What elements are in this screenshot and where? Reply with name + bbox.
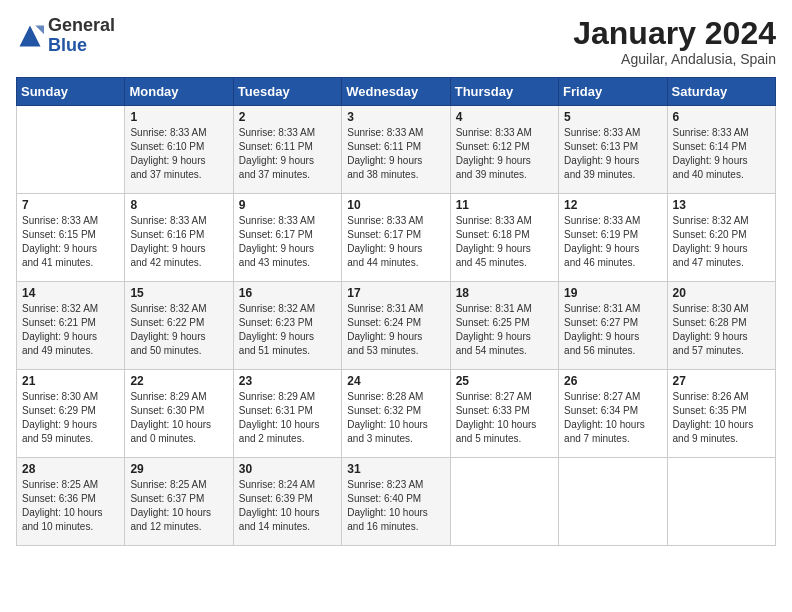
day-number: 22: [130, 374, 227, 388]
calendar-cell: 5Sunrise: 8:33 AM Sunset: 6:13 PM Daylig…: [559, 106, 667, 194]
day-number: 25: [456, 374, 553, 388]
day-info: Sunrise: 8:30 AM Sunset: 6:28 PM Dayligh…: [673, 302, 770, 358]
calendar-cell: 25Sunrise: 8:27 AM Sunset: 6:33 PM Dayli…: [450, 370, 558, 458]
calendar-cell: 20Sunrise: 8:30 AM Sunset: 6:28 PM Dayli…: [667, 282, 775, 370]
calendar-cell: 14Sunrise: 8:32 AM Sunset: 6:21 PM Dayli…: [17, 282, 125, 370]
calendar-cell: 19Sunrise: 8:31 AM Sunset: 6:27 PM Dayli…: [559, 282, 667, 370]
calendar-dow-tuesday: Tuesday: [233, 78, 341, 106]
day-info: Sunrise: 8:33 AM Sunset: 6:15 PM Dayligh…: [22, 214, 119, 270]
day-number: 6: [673, 110, 770, 124]
day-info: Sunrise: 8:33 AM Sunset: 6:10 PM Dayligh…: [130, 126, 227, 182]
day-info: Sunrise: 8:33 AM Sunset: 6:11 PM Dayligh…: [347, 126, 444, 182]
day-info: Sunrise: 8:33 AM Sunset: 6:19 PM Dayligh…: [564, 214, 661, 270]
day-info: Sunrise: 8:28 AM Sunset: 6:32 PM Dayligh…: [347, 390, 444, 446]
month-year-title: January 2024: [573, 16, 776, 51]
day-info: Sunrise: 8:25 AM Sunset: 6:37 PM Dayligh…: [130, 478, 227, 534]
day-info: Sunrise: 8:33 AM Sunset: 6:18 PM Dayligh…: [456, 214, 553, 270]
day-info: Sunrise: 8:27 AM Sunset: 6:34 PM Dayligh…: [564, 390, 661, 446]
calendar-header-row: SundayMondayTuesdayWednesdayThursdayFrid…: [17, 78, 776, 106]
page-header: General Blue January 2024 Aguilar, Andal…: [16, 16, 776, 67]
calendar-cell: 16Sunrise: 8:32 AM Sunset: 6:23 PM Dayli…: [233, 282, 341, 370]
calendar-dow-monday: Monday: [125, 78, 233, 106]
svg-marker-1: [35, 25, 44, 34]
day-number: 15: [130, 286, 227, 300]
day-info: Sunrise: 8:33 AM Sunset: 6:11 PM Dayligh…: [239, 126, 336, 182]
day-number: 18: [456, 286, 553, 300]
logo-text: General Blue: [48, 16, 115, 56]
calendar-week-row: 21Sunrise: 8:30 AM Sunset: 6:29 PM Dayli…: [17, 370, 776, 458]
calendar-cell: 18Sunrise: 8:31 AM Sunset: 6:25 PM Dayli…: [450, 282, 558, 370]
calendar-cell: 15Sunrise: 8:32 AM Sunset: 6:22 PM Dayli…: [125, 282, 233, 370]
day-number: 27: [673, 374, 770, 388]
calendar-dow-wednesday: Wednesday: [342, 78, 450, 106]
day-info: Sunrise: 8:32 AM Sunset: 6:20 PM Dayligh…: [673, 214, 770, 270]
day-number: 1: [130, 110, 227, 124]
day-number: 14: [22, 286, 119, 300]
day-number: 10: [347, 198, 444, 212]
calendar-cell: 23Sunrise: 8:29 AM Sunset: 6:31 PM Dayli…: [233, 370, 341, 458]
calendar-cell: 30Sunrise: 8:24 AM Sunset: 6:39 PM Dayli…: [233, 458, 341, 546]
calendar-week-row: 7Sunrise: 8:33 AM Sunset: 6:15 PM Daylig…: [17, 194, 776, 282]
calendar-cell: 10Sunrise: 8:33 AM Sunset: 6:17 PM Dayli…: [342, 194, 450, 282]
day-info: Sunrise: 8:33 AM Sunset: 6:12 PM Dayligh…: [456, 126, 553, 182]
calendar-cell: [17, 106, 125, 194]
svg-marker-0: [20, 25, 41, 46]
calendar-cell: [559, 458, 667, 546]
day-number: 21: [22, 374, 119, 388]
day-number: 31: [347, 462, 444, 476]
day-info: Sunrise: 8:26 AM Sunset: 6:35 PM Dayligh…: [673, 390, 770, 446]
day-info: Sunrise: 8:31 AM Sunset: 6:25 PM Dayligh…: [456, 302, 553, 358]
calendar-cell: 12Sunrise: 8:33 AM Sunset: 6:19 PM Dayli…: [559, 194, 667, 282]
calendar-cell: 13Sunrise: 8:32 AM Sunset: 6:20 PM Dayli…: [667, 194, 775, 282]
calendar-cell: 7Sunrise: 8:33 AM Sunset: 6:15 PM Daylig…: [17, 194, 125, 282]
calendar-cell: 29Sunrise: 8:25 AM Sunset: 6:37 PM Dayli…: [125, 458, 233, 546]
day-number: 12: [564, 198, 661, 212]
calendar-table: SundayMondayTuesdayWednesdayThursdayFrid…: [16, 77, 776, 546]
calendar-cell: 21Sunrise: 8:30 AM Sunset: 6:29 PM Dayli…: [17, 370, 125, 458]
calendar-week-row: 28Sunrise: 8:25 AM Sunset: 6:36 PM Dayli…: [17, 458, 776, 546]
day-info: Sunrise: 8:32 AM Sunset: 6:23 PM Dayligh…: [239, 302, 336, 358]
calendar-cell: 6Sunrise: 8:33 AM Sunset: 6:14 PM Daylig…: [667, 106, 775, 194]
day-info: Sunrise: 8:33 AM Sunset: 6:14 PM Dayligh…: [673, 126, 770, 182]
logo: General Blue: [16, 16, 115, 56]
day-info: Sunrise: 8:24 AM Sunset: 6:39 PM Dayligh…: [239, 478, 336, 534]
location-subtitle: Aguilar, Andalusia, Spain: [573, 51, 776, 67]
calendar-week-row: 14Sunrise: 8:32 AM Sunset: 6:21 PM Dayli…: [17, 282, 776, 370]
calendar-cell: [667, 458, 775, 546]
calendar-dow-saturday: Saturday: [667, 78, 775, 106]
calendar-cell: 24Sunrise: 8:28 AM Sunset: 6:32 PM Dayli…: [342, 370, 450, 458]
day-number: 2: [239, 110, 336, 124]
title-area: January 2024 Aguilar, Andalusia, Spain: [573, 16, 776, 67]
calendar-cell: 17Sunrise: 8:31 AM Sunset: 6:24 PM Dayli…: [342, 282, 450, 370]
day-number: 8: [130, 198, 227, 212]
calendar-cell: 31Sunrise: 8:23 AM Sunset: 6:40 PM Dayli…: [342, 458, 450, 546]
calendar-cell: 26Sunrise: 8:27 AM Sunset: 6:34 PM Dayli…: [559, 370, 667, 458]
day-info: Sunrise: 8:31 AM Sunset: 6:24 PM Dayligh…: [347, 302, 444, 358]
day-info: Sunrise: 8:32 AM Sunset: 6:21 PM Dayligh…: [22, 302, 119, 358]
calendar-cell: 9Sunrise: 8:33 AM Sunset: 6:17 PM Daylig…: [233, 194, 341, 282]
day-number: 24: [347, 374, 444, 388]
calendar-cell: 27Sunrise: 8:26 AM Sunset: 6:35 PM Dayli…: [667, 370, 775, 458]
day-info: Sunrise: 8:32 AM Sunset: 6:22 PM Dayligh…: [130, 302, 227, 358]
calendar-cell: 3Sunrise: 8:33 AM Sunset: 6:11 PM Daylig…: [342, 106, 450, 194]
day-number: 4: [456, 110, 553, 124]
day-number: 28: [22, 462, 119, 476]
calendar-cell: 4Sunrise: 8:33 AM Sunset: 6:12 PM Daylig…: [450, 106, 558, 194]
day-number: 11: [456, 198, 553, 212]
calendar-cell: [450, 458, 558, 546]
day-info: Sunrise: 8:30 AM Sunset: 6:29 PM Dayligh…: [22, 390, 119, 446]
day-info: Sunrise: 8:23 AM Sunset: 6:40 PM Dayligh…: [347, 478, 444, 534]
day-number: 13: [673, 198, 770, 212]
logo-icon: [16, 22, 44, 50]
calendar-week-row: 1Sunrise: 8:33 AM Sunset: 6:10 PM Daylig…: [17, 106, 776, 194]
day-info: Sunrise: 8:27 AM Sunset: 6:33 PM Dayligh…: [456, 390, 553, 446]
day-number: 7: [22, 198, 119, 212]
day-number: 30: [239, 462, 336, 476]
day-info: Sunrise: 8:33 AM Sunset: 6:13 PM Dayligh…: [564, 126, 661, 182]
day-number: 29: [130, 462, 227, 476]
calendar-dow-thursday: Thursday: [450, 78, 558, 106]
day-number: 19: [564, 286, 661, 300]
day-number: 3: [347, 110, 444, 124]
calendar-dow-friday: Friday: [559, 78, 667, 106]
calendar-cell: 8Sunrise: 8:33 AM Sunset: 6:16 PM Daylig…: [125, 194, 233, 282]
